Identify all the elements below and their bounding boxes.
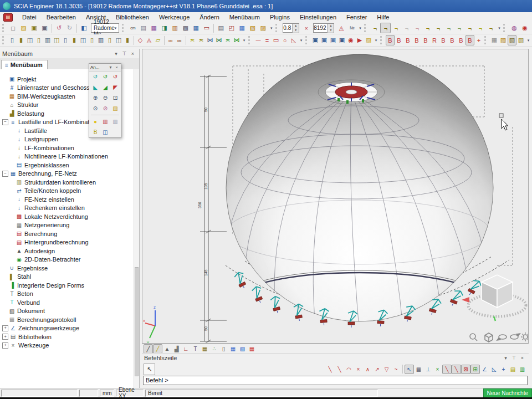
snap-angle-icon[interactable]: ∠: [480, 365, 489, 374]
section-tool-12-icon[interactable]: ▯: [105, 35, 114, 45]
layer-draw-icon[interactable]: ╱: [144, 344, 153, 354]
tab-menubaum[interactable]: ≡ Menübaum: [1, 60, 48, 69]
copy-multi-icon[interactable]: ▣: [311, 35, 320, 45]
tree-item-ergebnisse[interactable]: ∪Ergebnisse: [0, 264, 134, 273]
menu-item-einstellungen[interactable]: Einstellungen: [295, 13, 341, 22]
view-toggle-1-icon[interactable]: ¬: [370, 23, 380, 33]
snap-ortho-icon[interactable]: ◺: [489, 365, 499, 374]
solver-setup-icon[interactable]: ▦: [191, 23, 201, 33]
spinner-down-icon[interactable]: ▼: [293, 28, 299, 33]
menu-item-ändern[interactable]: Ändern: [195, 13, 224, 22]
macro-lines-icon[interactable]: ▤: [508, 365, 518, 374]
view-point-icon[interactable]: ◉: [519, 23, 530, 33]
bolt-tool-5-icon[interactable]: B: [421, 35, 430, 45]
save-all-icon[interactable]: ▣: [39, 23, 50, 33]
print-icon[interactable]: ▤: [216, 23, 226, 33]
tree-item-hintergrundberechnung[interactable]: ▤Hintergrundberechnung: [0, 238, 134, 247]
support-line-icon[interactable]: ⋈: [214, 35, 223, 45]
redo-icon[interactable]: ↻: [64, 23, 75, 33]
navigation-cube[interactable]: [462, 275, 526, 321]
image-export-icon[interactable]: ▥: [100, 117, 110, 126]
section-tool-1-icon[interactable]: ▯: [8, 35, 17, 45]
draw-line-icon[interactable]: —: [254, 35, 263, 45]
toolbar-grip[interactable]: [248, 36, 252, 44]
layer-active-icon[interactable]: ╱: [153, 344, 162, 354]
solid-view-icon[interactable]: ◫: [100, 127, 110, 137]
tree-item-lf-kombinationen[interactable]: ↓LF-Kombinationen: [0, 144, 134, 152]
cube-tool-icon[interactable]: [485, 333, 493, 342]
section-tool-8-icon[interactable]: ▮: [70, 35, 79, 45]
view-toggle-2-icon[interactable]: ¬: [380, 23, 391, 33]
menu-item-bearbeiten[interactable]: Bearbeiten: [42, 13, 81, 22]
line-grid-icon[interactable]: ⊥: [423, 365, 433, 374]
snap-vertex-icon[interactable]: ∧: [363, 365, 372, 374]
tree-item-rechenkern-einstellen[interactable]: ↓Rechenkern einstellen: [0, 204, 134, 213]
hinge-both-icon[interactable]: ∞: [166, 35, 175, 45]
draw-more-icon[interactable]: ▾: [298, 35, 304, 45]
view-direction-y-icon[interactable]: ◢: [100, 83, 110, 92]
zoom-all-icon[interactable]: ⊙: [90, 104, 100, 113]
view-toggle-3-icon[interactable]: ¬: [391, 23, 401, 33]
bolt-tool-4-icon[interactable]: B: [412, 35, 421, 45]
scale-spinner[interactable]: 0.8 ▲▼: [283, 23, 299, 33]
show-supports-icon[interactable]: ∟: [181, 344, 191, 354]
draw-rect-icon[interactable]: ▭: [272, 35, 280, 45]
scale-tool-icon[interactable]: ×: [301, 23, 311, 33]
toolbar-grip[interactable]: [2, 24, 6, 32]
view-toggle-5-icon[interactable]: ¬: [412, 23, 422, 33]
orbit-tool-icon[interactable]: [497, 335, 507, 340]
snap-add-icon[interactable]: +: [499, 365, 508, 374]
image-copy-icon[interactable]: ▥: [110, 117, 120, 126]
print-more-icon[interactable]: ▾: [268, 23, 274, 33]
view-toggle-11-icon[interactable]: ¬: [475, 23, 485, 33]
tree-item-berechnung-fe-netz[interactable]: −▦Berechnung, FE-Netz: [0, 170, 134, 178]
tree-item-nichtlineare-lf-kombinationen[interactable]: ↓Nichtlineare LF-Kombinationen: [0, 152, 134, 161]
numbering-icon[interactable]: №: [346, 23, 357, 33]
view-direction-x-icon[interactable]: ◣: [90, 83, 100, 92]
expander-icon[interactable]: −: [2, 119, 8, 125]
panel-pin-icon[interactable]: ⊤: [510, 355, 518, 361]
toolbar-grip[interactable]: [275, 24, 279, 32]
tree-item-dokument[interactable]: ▧Dokument: [0, 307, 134, 316]
clipping-box-icon[interactable]: B: [90, 127, 100, 137]
support-fixed-icon[interactable]: ≍: [188, 35, 197, 45]
snap-grid-points-icon[interactable]: ⊞: [470, 365, 480, 374]
section-tool-13-icon[interactable]: ◫: [114, 35, 123, 45]
tree-item-strukturdaten-kontrollieren[interactable]: ▥Strukturdaten kontrollieren: [0, 178, 134, 187]
copy-add-data-icon[interactable]: ◨: [159, 23, 170, 33]
panel-menu-icon[interactable]: ▾: [502, 355, 510, 361]
new-project-icon[interactable]: □: [8, 23, 18, 33]
spinner-up-icon[interactable]: ▲: [293, 24, 299, 28]
section-tool-3-icon[interactable]: ◫: [25, 35, 34, 45]
tree-item-berechnungsprotokoll[interactable]: ▦Berechnungsprotokoll: [0, 315, 134, 324]
bolt-tool-8-icon[interactable]: B: [448, 35, 457, 45]
open-folder-icon[interactable]: ▨: [364, 35, 373, 45]
print-preview-icon[interactable]: ◰: [226, 23, 237, 33]
active-project-combobox[interactable]: 19012 Radome Mc ▾: [91, 23, 119, 33]
support-pad-2-icon[interactable]: ⋈: [232, 35, 241, 45]
mesh-setup-icon[interactable]: ▩: [180, 23, 191, 33]
hinge-single-icon[interactable]: ∞: [175, 35, 184, 45]
zoom-selection-icon[interactable]: ⊘: [100, 104, 110, 113]
mirror-icon[interactable]: ▣: [337, 35, 346, 45]
snap-endpoints-icon[interactable]: ╲: [442, 365, 452, 374]
support-pad-1-icon[interactable]: ≍: [223, 35, 232, 45]
view-toggle-10-icon[interactable]: ¬: [464, 23, 475, 33]
tree-item-berechnung[interactable]: ▤Berechnung: [0, 229, 134, 238]
snap-midpoints-icon[interactable]: ╲: [452, 365, 461, 374]
dome-model-render[interactable]: 50 105 145 50 350: [142, 49, 528, 343]
new-messages-badge[interactable]: Neue Nachrichte: [483, 388, 532, 398]
scrollbar-thumb[interactable]: [135, 267, 139, 377]
palette-menu-icon[interactable]: ▾: [108, 65, 114, 70]
rotate-view-x-icon[interactable]: ↺: [90, 72, 100, 81]
section-tool-2-icon[interactable]: ▮: [17, 35, 25, 45]
menu-item-datei[interactable]: Datei: [17, 13, 42, 22]
spinner-up-icon[interactable]: ▲: [328, 24, 334, 28]
expander-icon[interactable]: +: [2, 342, 8, 349]
snap-point-icon[interactable]: ╲: [325, 365, 335, 374]
number-spinner-value[interactable]: 8192: [314, 24, 327, 32]
snap-intersections-icon[interactable]: ⊠: [461, 365, 470, 374]
cursor-mode-icon[interactable]: ↖: [405, 365, 414, 374]
toolbar-grip[interactable]: [122, 24, 125, 32]
tree-item-integrierte-design-forms[interactable]: ▐Integrierte Design Forms: [0, 281, 134, 290]
